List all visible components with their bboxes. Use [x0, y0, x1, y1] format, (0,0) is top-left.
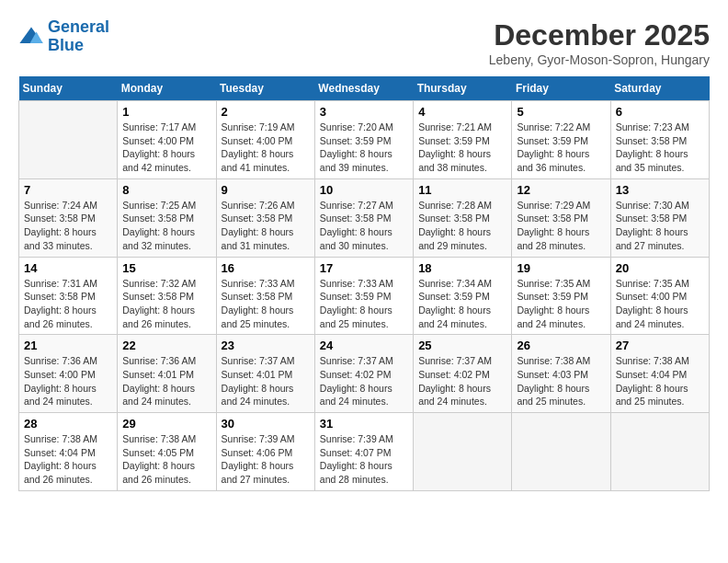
- day-number: 8: [122, 183, 210, 197]
- calendar-cell: 22Sunrise: 7:36 AM Sunset: 4:01 PM Dayli…: [118, 335, 216, 413]
- day-info: Sunrise: 7:29 AM Sunset: 3:58 PM Dayligh…: [517, 199, 605, 253]
- logo-icon: [18, 24, 44, 50]
- day-info: Sunrise: 7:33 AM Sunset: 3:59 PM Dayligh…: [320, 277, 408, 331]
- day-info: Sunrise: 7:31 AM Sunset: 3:58 PM Dayligh…: [24, 277, 112, 331]
- day-info: Sunrise: 7:38 AM Sunset: 4:04 PM Dayligh…: [616, 354, 704, 408]
- calendar-week-4: 21Sunrise: 7:36 AM Sunset: 4:00 PM Dayli…: [19, 335, 710, 413]
- calendar-cell: 21Sunrise: 7:36 AM Sunset: 4:00 PM Dayli…: [19, 335, 118, 413]
- col-header-friday: Friday: [512, 76, 610, 101]
- day-info: Sunrise: 7:35 AM Sunset: 4:00 PM Dayligh…: [616, 277, 704, 331]
- calendar-cell: 24Sunrise: 7:37 AM Sunset: 4:02 PM Dayli…: [314, 335, 413, 413]
- calendar-cell: 17Sunrise: 7:33 AM Sunset: 3:59 PM Dayli…: [314, 257, 413, 335]
- day-number: 6: [616, 105, 704, 119]
- calendar-cell: [19, 101, 118, 179]
- day-info: Sunrise: 7:37 AM Sunset: 4:02 PM Dayligh…: [418, 354, 506, 408]
- day-info: Sunrise: 7:37 AM Sunset: 4:02 PM Dayligh…: [320, 354, 408, 408]
- calendar-cell: 14Sunrise: 7:31 AM Sunset: 3:58 PM Dayli…: [19, 257, 118, 335]
- col-header-wednesday: Wednesday: [314, 76, 413, 101]
- day-number: 26: [517, 339, 605, 352]
- day-info: Sunrise: 7:28 AM Sunset: 3:58 PM Dayligh…: [418, 199, 506, 253]
- calendar-cell: 6Sunrise: 7:23 AM Sunset: 3:58 PM Daylig…: [610, 101, 709, 179]
- calendar-cell: 28Sunrise: 7:38 AM Sunset: 4:04 PM Dayli…: [19, 413, 118, 491]
- day-info: Sunrise: 7:27 AM Sunset: 3:58 PM Dayligh…: [320, 199, 408, 253]
- month-title: December 2025: [489, 18, 710, 52]
- day-info: Sunrise: 7:23 AM Sunset: 3:58 PM Dayligh…: [616, 121, 704, 175]
- day-info: Sunrise: 7:25 AM Sunset: 3:58 PM Dayligh…: [122, 199, 210, 253]
- col-header-sunday: Sunday: [19, 76, 118, 101]
- day-info: Sunrise: 7:30 AM Sunset: 3:58 PM Dayligh…: [616, 199, 704, 253]
- calendar-cell: 18Sunrise: 7:34 AM Sunset: 3:59 PM Dayli…: [414, 257, 512, 335]
- calendar-cell: [610, 413, 709, 491]
- calendar-cell: 8Sunrise: 7:25 AM Sunset: 3:58 PM Daylig…: [118, 178, 216, 257]
- calendar-week-3: 14Sunrise: 7:31 AM Sunset: 3:58 PM Dayli…: [19, 257, 710, 335]
- calendar-cell: 31Sunrise: 7:39 AM Sunset: 4:07 PM Dayli…: [314, 413, 413, 491]
- day-number: 22: [122, 339, 210, 352]
- day-number: 29: [122, 417, 210, 431]
- location-subtitle: Lebeny, Gyor-Moson-Sopron, Hungary: [489, 52, 710, 67]
- calendar-cell: 19Sunrise: 7:35 AM Sunset: 3:59 PM Dayli…: [512, 257, 610, 335]
- day-info: Sunrise: 7:22 AM Sunset: 3:59 PM Dayligh…: [517, 121, 605, 175]
- day-number: 25: [418, 339, 506, 352]
- page-header: General Blue December 2025 Lebeny, Gyor-…: [18, 18, 710, 67]
- day-number: 13: [616, 183, 704, 197]
- calendar-cell: 25Sunrise: 7:37 AM Sunset: 4:02 PM Dayli…: [414, 335, 512, 413]
- day-info: Sunrise: 7:36 AM Sunset: 4:01 PM Dayligh…: [122, 354, 210, 408]
- day-number: 1: [122, 105, 210, 119]
- day-info: Sunrise: 7:38 AM Sunset: 4:04 PM Dayligh…: [24, 432, 112, 487]
- day-info: Sunrise: 7:34 AM Sunset: 3:59 PM Dayligh…: [418, 277, 506, 331]
- day-info: Sunrise: 7:38 AM Sunset: 4:03 PM Dayligh…: [517, 354, 605, 408]
- calendar-cell: 30Sunrise: 7:39 AM Sunset: 4:06 PM Dayli…: [216, 413, 314, 491]
- day-number: 14: [24, 261, 112, 275]
- calendar-week-1: 1Sunrise: 7:17 AM Sunset: 4:00 PM Daylig…: [19, 101, 710, 179]
- day-info: Sunrise: 7:39 AM Sunset: 4:06 PM Dayligh…: [222, 432, 310, 487]
- day-info: Sunrise: 7:37 AM Sunset: 4:01 PM Dayligh…: [222, 354, 310, 408]
- day-number: 27: [616, 339, 704, 352]
- day-number: 15: [122, 261, 210, 275]
- day-number: 7: [24, 183, 112, 197]
- day-number: 5: [517, 105, 605, 119]
- day-number: 9: [222, 183, 310, 197]
- logo-text: General Blue: [48, 18, 109, 55]
- calendar-week-5: 28Sunrise: 7:38 AM Sunset: 4:04 PM Dayli…: [19, 413, 710, 491]
- day-number: 28: [24, 417, 112, 431]
- calendar-cell: 27Sunrise: 7:38 AM Sunset: 4:04 PM Dayli…: [610, 335, 709, 413]
- calendar-cell: [512, 413, 610, 491]
- day-number: 21: [24, 339, 112, 352]
- day-info: Sunrise: 7:36 AM Sunset: 4:00 PM Dayligh…: [24, 354, 112, 408]
- day-info: Sunrise: 7:24 AM Sunset: 3:58 PM Dayligh…: [24, 199, 112, 253]
- calendar-cell: 9Sunrise: 7:26 AM Sunset: 3:58 PM Daylig…: [216, 178, 314, 257]
- day-info: Sunrise: 7:39 AM Sunset: 4:07 PM Dayligh…: [320, 432, 408, 487]
- day-number: 16: [222, 261, 310, 275]
- calendar-cell: 4Sunrise: 7:21 AM Sunset: 3:59 PM Daylig…: [414, 101, 512, 179]
- day-info: Sunrise: 7:38 AM Sunset: 4:05 PM Dayligh…: [122, 432, 210, 487]
- calendar-week-2: 7Sunrise: 7:24 AM Sunset: 3:58 PM Daylig…: [19, 178, 710, 257]
- day-info: Sunrise: 7:33 AM Sunset: 3:58 PM Dayligh…: [222, 277, 310, 331]
- day-number: 31: [320, 417, 408, 431]
- day-number: 10: [320, 183, 408, 197]
- day-info: Sunrise: 7:17 AM Sunset: 4:00 PM Dayligh…: [122, 121, 210, 175]
- day-info: Sunrise: 7:20 AM Sunset: 3:59 PM Dayligh…: [320, 121, 408, 175]
- calendar-cell: 10Sunrise: 7:27 AM Sunset: 3:58 PM Dayli…: [314, 178, 413, 257]
- day-info: Sunrise: 7:21 AM Sunset: 3:59 PM Dayligh…: [418, 121, 506, 175]
- day-number: 24: [320, 339, 408, 352]
- day-number: 18: [418, 261, 506, 275]
- calendar-cell: 7Sunrise: 7:24 AM Sunset: 3:58 PM Daylig…: [19, 178, 118, 257]
- calendar-cell: 20Sunrise: 7:35 AM Sunset: 4:00 PM Dayli…: [610, 257, 709, 335]
- col-header-monday: Monday: [118, 76, 216, 101]
- day-number: 3: [320, 105, 408, 119]
- day-number: 17: [320, 261, 408, 275]
- calendar-cell: [414, 413, 512, 491]
- calendar-cell: 1Sunrise: 7:17 AM Sunset: 4:00 PM Daylig…: [118, 101, 216, 179]
- day-number: 12: [517, 183, 605, 197]
- day-number: 2: [222, 105, 310, 119]
- day-number: 19: [517, 261, 605, 275]
- day-number: 4: [418, 105, 506, 119]
- calendar-cell: 12Sunrise: 7:29 AM Sunset: 3:58 PM Dayli…: [512, 178, 610, 257]
- day-info: Sunrise: 7:26 AM Sunset: 3:58 PM Dayligh…: [222, 199, 310, 253]
- calendar-cell: 3Sunrise: 7:20 AM Sunset: 3:59 PM Daylig…: [314, 101, 413, 179]
- col-header-thursday: Thursday: [414, 76, 512, 101]
- day-info: Sunrise: 7:32 AM Sunset: 3:58 PM Dayligh…: [122, 277, 210, 331]
- calendar-cell: 5Sunrise: 7:22 AM Sunset: 3:59 PM Daylig…: [512, 101, 610, 179]
- day-number: 30: [222, 417, 310, 431]
- col-header-saturday: Saturday: [610, 76, 709, 101]
